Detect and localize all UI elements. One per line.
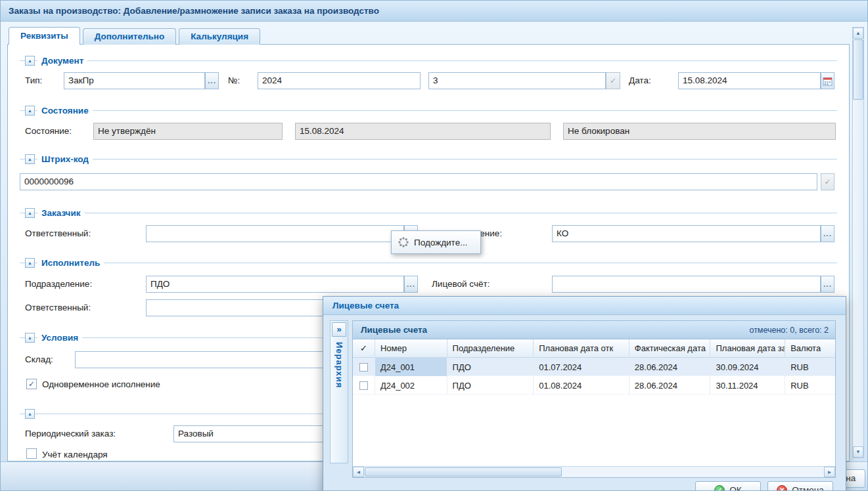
collapse-barcode-button[interactable]: ▲ <box>25 154 35 164</box>
simultaneous-label: Одновременное исполнение <box>42 379 160 390</box>
column-currency[interactable]: Валюта <box>785 339 835 358</box>
row-checkbox[interactable] <box>359 363 368 372</box>
column-number[interactable]: Номер <box>375 339 447 358</box>
collapse-conditions-button[interactable]: ▲ <box>25 333 35 343</box>
cell-division[interactable]: ПДО <box>447 358 534 376</box>
collapse-document-button[interactable]: ▲ <box>25 56 35 66</box>
cell-plan-open[interactable]: 01.07.2024 <box>534 358 629 376</box>
table-row[interactable]: Д24_001 ПДО 01.07.2024 28.06.2024 30.09.… <box>353 358 835 376</box>
calendar-icon <box>823 76 833 86</box>
group-divider <box>20 60 837 61</box>
number-check-button[interactable]: ✓ <box>606 72 620 89</box>
cell-currency[interactable]: RUB <box>785 358 835 376</box>
hierarchy-label: Иерархия <box>334 342 344 388</box>
simultaneous-checkbox[interactable]: ✓ <box>26 379 37 389</box>
column-check[interactable]: ✓ <box>353 339 375 358</box>
selection-count: отмечено: 0, всего: 2 <box>749 326 829 335</box>
wait-text: Подождите... <box>414 238 467 247</box>
scroll-down-button[interactable]: ▼ <box>853 446 863 458</box>
scroll-up-button[interactable]: ▲ <box>853 28 863 39</box>
group-title-state: Состояние <box>37 105 93 116</box>
tab-rekvizity[interactable]: Реквизиты <box>9 27 80 45</box>
horizontal-scrollbar[interactable]: ◄ ► <box>353 466 835 477</box>
collapse-state-button[interactable]: ▲ <box>25 106 35 116</box>
window-title: Заказы на производство: Добавление/размн… <box>1 1 868 22</box>
dialog-ok-button[interactable]: ✓ ОК <box>695 481 761 491</box>
cell-plan-open[interactable]: 01.08.2024 <box>534 376 629 395</box>
date-label: Дата: <box>629 72 651 89</box>
cell-number[interactable]: Д24_001 <box>375 358 447 376</box>
executor-division-picker-button[interactable]: ... <box>404 276 418 293</box>
check-icon: ✓ <box>610 76 616 85</box>
customer-responsible-label: Ответственный: <box>25 225 91 242</box>
table-header: ✓ Номер Подразделение Плановая дата отк … <box>353 339 835 358</box>
expand-hierarchy-button[interactable]: » <box>332 322 346 337</box>
column-fact-date[interactable]: Фактическая дата <box>629 339 711 358</box>
periodic-order-label: Периодический заказ: <box>25 425 116 442</box>
cell-division[interactable]: ПДО <box>447 376 534 395</box>
panel-title: Лицевые счета <box>361 325 427 335</box>
group-title-conditions: Условия <box>37 332 82 343</box>
scrollbar-thumb[interactable] <box>365 467 562 477</box>
date-field[interactable]: 15.08.2024 <box>678 72 821 89</box>
scroll-left-button[interactable]: ◄ <box>353 467 364 477</box>
executor-division-field[interactable]: ПДО <box>146 276 404 293</box>
account-field[interactable] <box>552 276 821 293</box>
number-field[interactable]: 3 <box>428 72 606 89</box>
cell-fact-date[interactable]: 28.06.2024 <box>629 376 711 395</box>
scrollbar-thumb[interactable] <box>853 39 863 100</box>
barcode-check-button[interactable]: ✓ <box>821 173 834 190</box>
calendar-checkbox[interactable] <box>26 448 37 459</box>
tab-kalkulyaciya[interactable]: Калькуляция <box>179 28 260 45</box>
customer-division-field[interactable]: КО <box>552 225 821 242</box>
group-divider <box>20 263 837 263</box>
tab-dopolnitelno[interactable]: Дополнительно <box>83 28 177 45</box>
accounts-panel: Лицевые счета отмечено: 0, всего: 2 ✓ Но… <box>352 320 836 478</box>
collapse-icon: ▲ <box>28 58 32 63</box>
column-plan-open[interactable]: Плановая дата отк <box>534 339 629 358</box>
cell-plan-close[interactable]: 30.09.2024 <box>710 358 785 376</box>
cell-currency[interactable]: RUB <box>785 376 835 395</box>
dialog-cancel-button[interactable]: ✕ Отмена <box>767 481 833 491</box>
customer-division-picker-button[interactable]: ... <box>821 225 834 242</box>
collapse-periodic-button[interactable]: ▲ <box>25 409 35 419</box>
spinner-icon <box>398 237 409 247</box>
column-plan-close[interactable]: Плановая дата зак <box>710 339 785 358</box>
type-label: Тип: <box>25 72 42 89</box>
check-icon: ✓ <box>28 379 35 389</box>
cell-number[interactable]: Д24_002 <box>375 376 447 395</box>
type-field[interactable]: ЗакПр <box>64 72 205 89</box>
vertical-scrollbar[interactable]: ▲ ▼ <box>852 27 864 458</box>
account-picker-button[interactable]: ... <box>821 276 834 293</box>
warehouse-label: Склад: <box>25 351 53 368</box>
cell-plan-close[interactable]: 30.11.2024 <box>710 376 785 395</box>
arrow-down-icon: ▼ <box>856 449 861 455</box>
state-field: Не утверждён <box>93 123 283 140</box>
row-checkbox[interactable] <box>359 381 368 390</box>
collapse-icon: ▲ <box>28 157 32 161</box>
check-icon: ✓ <box>824 177 831 186</box>
tab-bar: Реквизиты Дополнительно Калькуляция <box>9 27 263 45</box>
date-picker-button[interactable] <box>821 72 834 89</box>
scroll-right-button[interactable]: ► <box>824 467 835 477</box>
type-picker-button[interactable]: ... <box>205 72 219 89</box>
collapse-executor-button[interactable]: ▲ <box>25 258 35 268</box>
accounts-panel-header: Лицевые счета отмечено: 0, всего: 2 <box>353 321 835 339</box>
group-divider <box>20 110 837 111</box>
group-divider <box>20 159 837 160</box>
customer-responsible-field[interactable] <box>146 225 404 242</box>
column-division[interactable]: Подразделение <box>447 339 534 358</box>
number-series-field[interactable]: 2024 <box>258 72 421 89</box>
collapse-icon: ▲ <box>28 211 32 215</box>
arrow-right-icon: ► <box>827 469 833 475</box>
arrow-up-icon: ▲ <box>856 30 861 36</box>
chevron-double-right-icon: » <box>336 324 341 334</box>
group-title-document: Документ <box>37 55 87 66</box>
barcode-field[interactable]: 0000000096 <box>20 173 817 190</box>
collapse-icon: ▲ <box>28 108 32 113</box>
cell-fact-date[interactable]: 28.06.2024 <box>629 358 711 376</box>
group-title-barcode: Штрих-код <box>37 154 93 165</box>
collapse-customer-button[interactable]: ▲ <box>25 208 35 218</box>
table-row[interactable]: Д24_002 ПДО 01.08.2024 28.06.2024 30.11.… <box>353 376 835 395</box>
arrow-left-icon: ◄ <box>356 469 361 475</box>
